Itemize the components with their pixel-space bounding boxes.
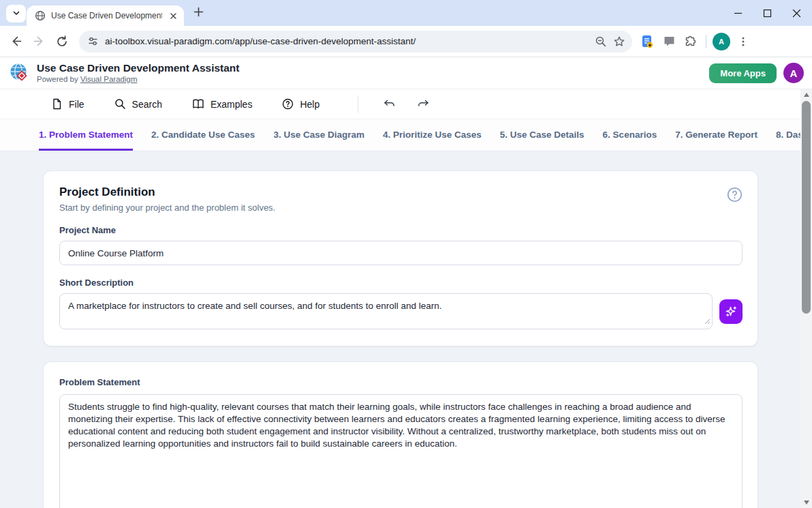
url-text[interactable]: ai-toolbox.visual-paradigm.com/app/use-c… [105,36,589,46]
menu-search[interactable]: Search [114,98,162,110]
scrollbar-thumb[interactable] [802,101,811,314]
maximize-icon[interactable] [762,8,772,18]
powered-by: Powered by Visual Paradigm [37,75,239,84]
reload-button[interactable] [50,30,74,53]
step-scenarios[interactable]: 6. Scenarios [603,119,657,151]
browser-toolbar: ai-toolbox.visual-paradigm.com/app/use-c… [0,26,812,57]
scrollbar-up-icon[interactable] [800,89,812,100]
redo-icon [417,99,430,110]
wizard-steps: 1. Problem Statement 2. Candidate Use Ca… [0,119,812,151]
site-info-icon[interactable] [87,35,99,47]
undo-button[interactable] [377,94,401,115]
step-use-case-details[interactable]: 5. Use Case Details [500,119,584,151]
tab-title: Use Case Driven Development Assistant [51,11,162,20]
toolbar-separator [706,35,706,48]
scrollbar-down-icon[interactable] [800,497,812,508]
menu-help[interactable]: Help [282,98,319,110]
back-button[interactable] [4,30,27,53]
app-titles: Use Case Driven Development Assistant Po… [37,62,239,84]
short-description-textarea[interactable]: A marketplace for instructors to create … [59,293,713,329]
undo-icon [383,99,396,110]
browser-profile-avatar[interactable]: A [710,31,732,53]
forward-button[interactable] [27,30,50,53]
search-icon [114,98,126,110]
menu-examples[interactable]: Examples [192,98,252,110]
card-title: Project Definition [59,185,275,199]
sparkles-icon [724,305,738,318]
docs-extension-icon[interactable] [636,31,658,53]
menu-file[interactable]: File [51,98,84,110]
browser-tab[interactable]: Use Case Driven Development Assistant [27,5,184,26]
minimize-icon[interactable] [733,8,743,18]
problem-statement-textarea[interactable]: Students struggle to find high-quality, … [59,394,743,508]
bookmark-star-icon[interactable] [613,35,625,48]
comment-icon[interactable] [658,31,680,53]
plus-icon [193,7,204,20]
ai-generate-button[interactable] [719,299,743,324]
browser-tab-strip: Use Case Driven Development Assistant [0,0,812,26]
step-candidate-use-cases[interactable]: 2. Candidate Use Cases [151,119,255,151]
step-generate-report[interactable]: 7. Generate Report [675,119,758,151]
short-description-label: Short Description [59,278,743,288]
card-subtitle: Start by defining your project and the p… [59,203,275,213]
card-help-icon[interactable] [727,187,743,205]
problem-statement-card: Problem Statement Students struggle to f… [43,361,758,508]
book-icon [192,98,204,110]
visual-paradigm-link[interactable]: Visual Paradigm [80,75,138,83]
main-content: Project Definition Start by defining you… [0,151,812,508]
new-tab-button[interactable] [193,8,204,19]
address-bar[interactable]: ai-toolbox.visual-paradigm.com/app/use-c… [79,31,632,53]
visual-paradigm-logo [8,62,31,85]
redo-button[interactable] [411,94,435,115]
close-window-icon[interactable] [792,8,801,18]
app-header: Use Case Driven Development Assistant Po… [0,57,812,89]
globe-favicon-icon [35,10,46,21]
user-avatar[interactable]: A [783,63,804,83]
window-controls [733,0,812,26]
page-scrollbar[interactable] [800,89,812,508]
app-menu-bar: File Search Examples Help [0,89,812,119]
problem-statement-label: Problem Statement [59,377,743,387]
browser-menu-icon[interactable] [732,31,754,53]
step-use-case-diagram[interactable]: 3. Use Case Diagram [273,119,364,151]
help-icon [282,98,294,110]
chevron-down-icon [12,8,20,20]
more-apps-button[interactable]: More Apps [709,63,777,83]
project-definition-card: Project Definition Start by defining you… [43,170,758,346]
extensions-puzzle-icon[interactable] [680,31,702,53]
menu-separator [358,95,358,113]
app-title: Use Case Driven Development Assistant [37,62,239,74]
tab-search-button[interactable] [6,5,26,23]
step-problem-statement[interactable]: 1. Problem Statement [39,119,133,151]
project-name-input[interactable] [59,241,743,265]
project-name-label: Project Name [59,225,743,235]
file-icon [51,98,63,110]
tab-close-icon[interactable] [168,10,178,21]
zoom-out-icon[interactable] [595,35,607,48]
step-prioritize-use-cases[interactable]: 4. Prioritize Use Cases [383,119,482,151]
